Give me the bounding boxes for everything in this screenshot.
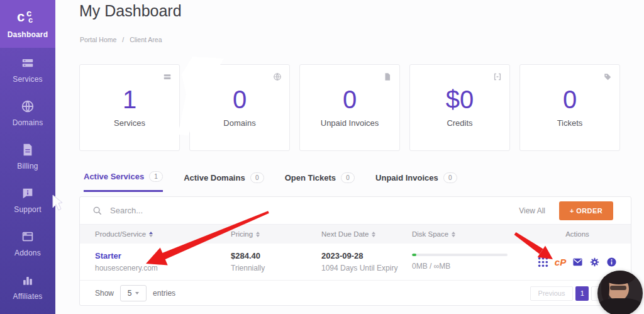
stat-card-services[interactable]: 1 Services	[79, 64, 180, 151]
tab-active-services[interactable]: Active Services 1	[84, 171, 163, 192]
next-due-date: 2023-09-28	[321, 251, 412, 261]
sort-icon[interactable]	[452, 232, 455, 237]
tab-label: Active Domains	[184, 173, 245, 182]
disk-usage-text: 0MB / ∞MB	[412, 262, 524, 271]
search-input[interactable]	[110, 206, 299, 215]
breadcrumb-separator: /	[122, 36, 124, 43]
tab-active-domains[interactable]: Active Domains 0	[184, 171, 264, 192]
gear-icon[interactable]	[589, 257, 600, 267]
sidebar-item-dashboard[interactable]: ccc Dashboard	[0, 0, 55, 48]
sidebar: ccc Dashboard Services Domains Billing S…	[0, 0, 55, 314]
column-header-product[interactable]: Product/Service	[95, 230, 153, 238]
cpanel-icon[interactable]: cP	[555, 257, 566, 267]
stat-value: 0	[520, 86, 619, 113]
tab-bar: Active Services 1 Active Domains 0 Open …	[84, 171, 457, 192]
page-title: My Dashboard	[79, 2, 182, 20]
entries-label: entries	[153, 289, 175, 298]
sidebar-item-label: Domains	[3, 118, 53, 127]
tab-count-badge: 0	[443, 172, 457, 183]
row-actions: cP	[524, 257, 631, 267]
page-size-value: 5	[128, 289, 132, 298]
avatar-hair-side	[601, 276, 609, 301]
page-number-button[interactable]: 1	[575, 286, 589, 301]
sidebar-item-label: Billing	[3, 162, 53, 171]
stat-card-unpaid-invoices[interactable]: 0 Unpaid Invoices	[299, 64, 400, 151]
previous-page-button[interactable]: Previous	[530, 286, 574, 301]
view-all-link[interactable]: View All	[519, 206, 545, 215]
sidebar-item-label: Dashboard	[3, 30, 53, 39]
table-footer: Show 5 entries Previous 1 Next	[80, 280, 631, 306]
stat-value: 1	[80, 86, 179, 113]
window-icon	[21, 230, 35, 244]
sort-icon[interactable]	[256, 232, 260, 237]
tag-icon	[603, 72, 612, 81]
avatar-glasses	[610, 286, 626, 290]
sidebar-item-affiliates[interactable]: Affiliates	[0, 265, 55, 308]
order-button[interactable]: + ORDER	[559, 201, 613, 220]
search-icon	[92, 206, 103, 216]
chevron-down-icon	[135, 292, 139, 294]
sidebar-item-addons[interactable]: Addons	[0, 221, 55, 265]
product-domain: housescenery.com	[95, 264, 231, 272]
price-value: $284.40	[231, 251, 321, 261]
page-size-select[interactable]: 5	[120, 285, 147, 301]
tab-label: Open Tickets	[285, 173, 336, 182]
breadcrumb: Portal Home / Client Area	[80, 36, 166, 43]
sidebar-item-domains[interactable]: Domains	[0, 91, 55, 135]
stat-value: $0	[410, 86, 509, 113]
product-link[interactable]: Starter	[95, 251, 231, 261]
column-header-disk[interactable]: Disk Space	[412, 230, 455, 238]
stat-label: Unpaid Invoices	[300, 118, 399, 128]
tab-unpaid-invoices[interactable]: Unpaid Invoices 0	[375, 171, 457, 192]
sort-icon[interactable]	[149, 232, 153, 237]
globe-icon	[21, 99, 35, 113]
show-label: Show	[95, 289, 114, 298]
tab-count-badge: 1	[149, 171, 163, 182]
stat-value: 0	[300, 86, 399, 113]
column-header-next-due[interactable]: Next Due Date	[321, 230, 375, 238]
sidebar-item-label: Support	[3, 205, 53, 214]
tab-count-badge: 0	[250, 172, 264, 183]
table-row[interactable]: Starter housescenery.com $284.40 Trienni…	[80, 244, 631, 280]
file-icon	[383, 72, 392, 81]
stat-cards: 1 Services 0 Domains 0 Unpaid Invoices $…	[79, 64, 621, 151]
table-header-row: Product/Service Pricing Next Due Date Di…	[80, 225, 631, 244]
document-icon	[21, 143, 35, 157]
tab-count-badge: 0	[341, 172, 355, 183]
stat-label: Credits	[410, 118, 509, 128]
sidebar-item-label: Addons	[3, 249, 53, 257]
chat-icon	[21, 186, 35, 200]
stat-card-domains[interactable]: 0 Domains	[189, 64, 290, 151]
sidebar-item-billing[interactable]: Billing	[0, 135, 55, 178]
stat-label: Domains	[190, 118, 289, 128]
sidebar-item-label: Affiliates	[3, 292, 53, 301]
info-icon[interactable]	[606, 257, 617, 267]
server-icon	[21, 56, 35, 70]
tab-open-tickets[interactable]: Open Tickets 0	[285, 171, 355, 192]
stat-value: 0	[190, 86, 289, 113]
stat-card-credits[interactable]: $0 Credits	[409, 64, 510, 151]
tab-label: Unpaid Invoices	[375, 173, 438, 182]
stat-card-tickets[interactable]: 0 Tickets	[519, 64, 620, 151]
column-header-actions: Actions	[524, 230, 631, 238]
sidebar-item-services[interactable]: Services	[0, 48, 55, 91]
bar-chart-icon	[21, 273, 35, 287]
sidebar-item-support[interactable]: Support	[0, 178, 55, 221]
column-header-pricing[interactable]: Pricing	[231, 230, 260, 238]
globe-icon	[273, 72, 282, 81]
credit-icon	[493, 72, 502, 81]
billing-cycle: Triennially	[231, 264, 321, 272]
tab-label: Active Services	[84, 172, 144, 181]
stat-label: Tickets	[520, 118, 619, 128]
disk-usage-bar	[412, 254, 508, 256]
sort-icon[interactable]	[372, 232, 375, 237]
avatar-scarf	[597, 298, 643, 314]
breadcrumb-home[interactable]: Portal Home	[80, 36, 116, 43]
envelope-icon[interactable]	[572, 257, 583, 267]
client-area-dashboard: { "sidebar": { "items": [ { "label": "Da…	[0, 0, 644, 314]
sidebar-item-label: Services	[3, 75, 53, 84]
table-toolbar: View All + ORDER	[80, 197, 631, 225]
grid-icon[interactable]	[538, 257, 548, 267]
webcam-avatar[interactable]	[597, 271, 643, 314]
expiry-note: 1094 Days Until Expiry	[321, 264, 412, 272]
